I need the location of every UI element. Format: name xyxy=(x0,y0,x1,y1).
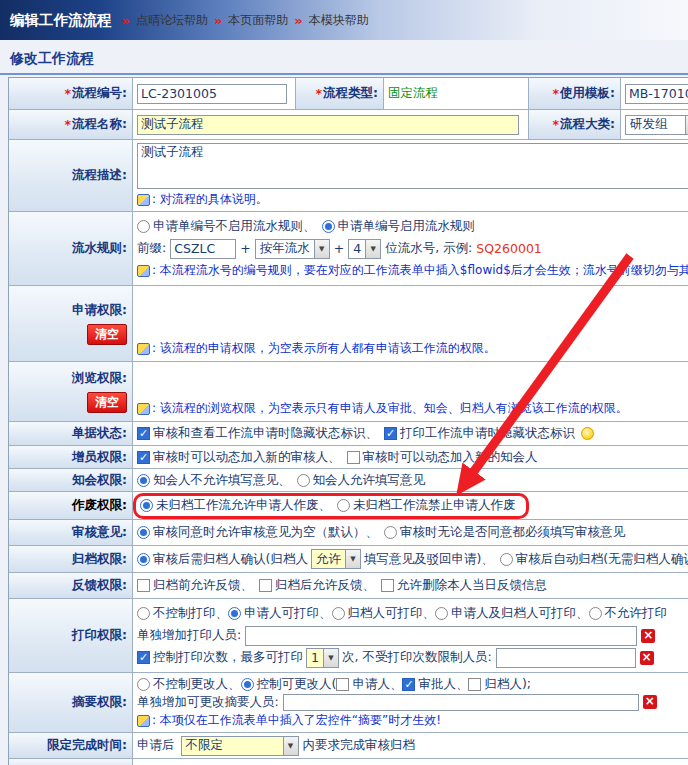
serial-mode-select[interactable]: 按年流水 xyxy=(255,239,330,259)
template-input[interactable] xyxy=(625,84,688,104)
archiver-permission-select[interactable]: 允许 xyxy=(311,549,361,569)
cancel-forbid-radio[interactable] xyxy=(337,499,350,512)
add-reviewer-checkbox[interactable] xyxy=(137,451,150,464)
summary-control-radio[interactable] xyxy=(241,678,254,691)
template-label-text: 使用模板: xyxy=(560,85,615,102)
option-label: 审核和查看工作流申请时隐藏状态标识、 xyxy=(153,425,378,442)
option-label: 归档人可打印、 xyxy=(348,605,436,622)
hide-status-on-print-checkbox[interactable] xyxy=(384,427,397,440)
add-member-cell: 审核时可以动态加入新的审核人、 审核时可以动态加入新的知会人 xyxy=(133,446,688,468)
description-label-text: 流程描述: xyxy=(72,167,127,184)
print-both-radio[interactable] xyxy=(435,607,448,620)
cancel-permission-cell: 未归档工作流允许申请人作废、 未归档工作流禁止申请人作废 xyxy=(133,492,688,519)
prefix-label: 前缀: xyxy=(137,240,166,257)
extra-printers-line: 单独增加打印人员: xyxy=(137,625,655,647)
option-label: 审核同意时允许审核意见为空（默认）、 xyxy=(153,524,378,541)
deadline-select[interactable]: 不限定 xyxy=(181,736,299,756)
print-count-select[interactable]: 1 xyxy=(306,648,339,668)
feedback-permission-cell: 归档前允许反馈、 归档后允许反馈、 允许删除本人当日反馈信息 xyxy=(133,573,688,598)
section-header: 修改工作流程 xyxy=(0,40,688,75)
description-label: 流程描述: xyxy=(9,140,133,211)
clear-unlimited-printers-icon[interactable] xyxy=(640,651,654,665)
forum-help-link[interactable]: 点晴论坛帮助 xyxy=(136,12,208,29)
summary-archiver-checkbox[interactable] xyxy=(468,678,481,691)
serial-prefix-line: 前缀: + 按年流水 + 4 位流水号, 示例: SQ260001 xyxy=(137,238,542,260)
dropdown-arrow-icon xyxy=(283,737,298,755)
print-applicant-radio[interactable] xyxy=(228,607,241,620)
view-permission-label: 浏览权限: 清空 xyxy=(9,362,133,421)
row-serial-rule: 流水规则: 申请单编号不启用流水规则、 申请单编号启用流水规则 前缀: + 按年… xyxy=(9,212,688,286)
category-select[interactable]: 研发组 xyxy=(625,115,688,135)
process-type-cell: 固定流程 xyxy=(384,78,529,109)
unlimited-printers-input[interactable] xyxy=(496,648,636,668)
process-name-input[interactable] xyxy=(137,115,519,135)
add-notified-checkbox[interactable] xyxy=(347,451,360,464)
print-nocontrol-radio[interactable] xyxy=(137,607,150,620)
page-help-link[interactable]: 本页面帮助 xyxy=(228,12,288,29)
doc-status-cell: 审核和查看工作流申请时隐藏状态标识、 打印工作流申请时隐藏状态标识 xyxy=(133,422,688,445)
template-cell xyxy=(621,78,688,109)
category-label-text: 流程大类: xyxy=(560,116,615,133)
feedback-after-archive-checkbox[interactable] xyxy=(259,579,272,592)
serial-digits-select[interactable]: 4 xyxy=(348,239,381,259)
serial-rule-cell: 申请单编号不启用流水规则、 申请单编号启用流水规则 前缀: + 按年流水 + 4 xyxy=(133,212,688,285)
print-count-post-text: 次, 不受打印次数限制人员: xyxy=(342,649,492,666)
process-type-value: 固定流程 xyxy=(388,85,438,102)
clear-view-permission-button[interactable]: 清空 xyxy=(87,392,127,413)
option-label: 允许删除本人当日反馈信息 xyxy=(397,577,547,594)
serial-enable-radio[interactable] xyxy=(322,220,335,233)
cancel-allow-radio[interactable] xyxy=(140,499,153,512)
summary-permission-label-text: 摘要权限: xyxy=(72,694,127,711)
feedback-delete-checkbox[interactable] xyxy=(381,579,394,592)
section-title: 修改工作流程 xyxy=(10,50,94,66)
print-archiver-radio[interactable] xyxy=(332,607,345,620)
clear-apply-permission-button[interactable]: 清空 xyxy=(87,324,127,345)
process-desc-textarea[interactable]: 测试子流程 xyxy=(137,143,688,189)
feedback-permission-label: 反馈权限: xyxy=(9,573,133,598)
notify-allow-comment-radio[interactable] xyxy=(297,474,310,487)
view-permission-label-text: 浏览权限: xyxy=(72,370,127,387)
process-type-label: * 流程类型: xyxy=(296,78,384,109)
apply-permission-label: 申请权限: 清空 xyxy=(9,286,133,361)
serial-disable-radio[interactable] xyxy=(137,220,150,233)
feedback-before-archive-checkbox[interactable] xyxy=(137,579,150,592)
summary-nocontrol-radio[interactable] xyxy=(137,678,150,691)
process-code-input[interactable] xyxy=(137,84,287,104)
notify-permission-cell: 知会人不允许填写意见、 知会人允许填写意见 xyxy=(133,469,688,491)
serial-hint: : 本流程流水号的编号规则，要在对应的工作流表单中插入$flowid$后才会生效… xyxy=(137,260,688,282)
serial-prefix-input[interactable] xyxy=(170,239,236,259)
dropdown-arrow-icon xyxy=(314,240,329,258)
clear-extra-summary-editors-icon[interactable] xyxy=(643,695,657,709)
option-label: 审核后需归档人确认(归档人 xyxy=(153,551,308,568)
summary-approver-checkbox[interactable] xyxy=(402,678,415,691)
deadline-label-text: 限定完成时间: xyxy=(47,737,127,754)
notify-no-comment-radio[interactable] xyxy=(137,474,150,487)
module-help-link[interactable]: 本模块帮助 xyxy=(309,12,369,29)
extra-printers-input[interactable] xyxy=(245,626,637,646)
archive-confirm-radio[interactable] xyxy=(137,553,150,566)
row-notify-permission: 知会权限: 知会人不允许填写意见、 知会人允许填写意见 xyxy=(9,469,688,492)
row-deadline: 限定完成时间: 申请后 不限定 内要求完成审核归档 xyxy=(9,733,688,759)
row-description: 流程描述: 测试子流程 : 对流程的具体说明。 xyxy=(9,140,688,212)
hide-status-on-review-checkbox[interactable] xyxy=(137,427,150,440)
option-label: 不允许打印 xyxy=(605,605,668,622)
archive-permission-cell: 审核后需归档人确认(归档人 允许 填写意见及驳回申请)、 审核后自动归档(无需归… xyxy=(133,546,688,572)
review-empty-ok-radio[interactable] xyxy=(137,526,150,539)
summary-hint-text: : 本项仅在工作流表单中插入了宏控件“摘要”时才生效! xyxy=(152,712,441,729)
row-feedback-permission: 反馈权限: 归档前允许反馈、 归档后允许反馈、 允许删除本人当日反馈信息 xyxy=(9,573,688,599)
serial-rule-label-text: 流水规则: xyxy=(72,240,127,257)
review-required-radio[interactable] xyxy=(384,526,397,539)
archive-auto-radio[interactable] xyxy=(500,553,513,566)
limit-print-count-checkbox[interactable] xyxy=(137,651,150,664)
deadline-select-value: 不限定 xyxy=(182,737,283,754)
required-mark: * xyxy=(552,86,559,101)
row-add-member: 增员权限: 审核时可以动态加入新的审核人、 审核时可以动态加入新的知会人 xyxy=(9,446,688,469)
apply-permission-hint-text: : 该流程的申请权限，为空表示所有人都有申请该工作流的权限。 xyxy=(152,340,496,357)
extra-summary-editors-input[interactable] xyxy=(283,694,639,711)
option-label: 知会人不允许填写意见、 xyxy=(153,472,291,489)
summary-applicant-checkbox[interactable] xyxy=(336,678,349,691)
clear-extra-printers-icon[interactable] xyxy=(641,629,655,643)
serial-digits-value: 4 xyxy=(349,241,365,256)
partial-row-cell xyxy=(133,759,688,765)
print-forbid-radio[interactable] xyxy=(589,607,602,620)
